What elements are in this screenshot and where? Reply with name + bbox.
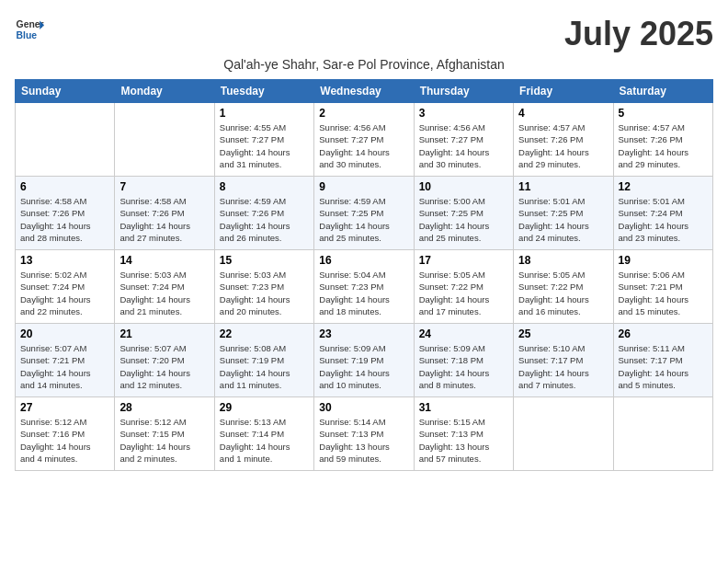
month-title: July 2025 [564,15,713,53]
day-number: 3 [419,107,508,120]
calendar-cell [16,103,115,177]
day-info: Sunrise: 5:02 AM Sunset: 7:24 PM Dayligh… [20,269,109,317]
day-info: Sunrise: 5:03 AM Sunset: 7:23 PM Dayligh… [220,269,309,317]
calendar-cell: 23Sunrise: 5:09 AM Sunset: 7:19 PM Dayli… [314,324,414,397]
calendar-cell: 7Sunrise: 4:58 AM Sunset: 7:26 PM Daylig… [115,177,214,250]
day-number: 4 [518,107,608,120]
calendar-cell: 5Sunrise: 4:57 AM Sunset: 7:26 PM Daylig… [613,103,712,177]
weekday-header-friday: Friday [514,80,613,103]
day-info: Sunrise: 4:59 AM Sunset: 7:25 PM Dayligh… [319,195,408,244]
calendar-cell: 25Sunrise: 5:10 AM Sunset: 7:17 PM Dayli… [514,324,613,397]
day-number: 11 [518,180,608,193]
day-info: Sunrise: 4:58 AM Sunset: 7:26 PM Dayligh… [20,195,109,244]
weekday-header-tuesday: Tuesday [214,80,313,103]
day-info: Sunrise: 5:09 AM Sunset: 7:19 PM Dayligh… [319,342,408,391]
calendar-cell: 10Sunrise: 5:00 AM Sunset: 7:25 PM Dayli… [414,177,513,250]
day-number: 9 [319,180,408,193]
logo-icon: General Blue [15,15,44,44]
calendar-cell: 2Sunrise: 4:56 AM Sunset: 7:27 PM Daylig… [314,103,414,177]
calendar-week-2: 6Sunrise: 4:58 AM Sunset: 7:26 PM Daylig… [16,177,713,250]
weekday-header-wednesday: Wednesday [314,80,414,103]
calendar-week-4: 20Sunrise: 5:07 AM Sunset: 7:21 PM Dayli… [16,324,713,397]
calendar-cell: 16Sunrise: 5:04 AM Sunset: 7:23 PM Dayli… [314,250,414,324]
calendar-cell [115,103,214,177]
day-info: Sunrise: 5:07 AM Sunset: 7:20 PM Dayligh… [119,342,209,391]
day-number: 24 [419,327,508,340]
day-number: 14 [119,254,209,267]
page-header: General Blue July 2025 [15,15,713,53]
subtitle: Qal'ah-ye Shahr, Sar-e Pol Province, Afg… [15,57,713,72]
day-info: Sunrise: 5:08 AM Sunset: 7:19 PM Dayligh… [220,342,309,391]
day-number: 18 [518,254,608,267]
calendar-cell: 14Sunrise: 5:03 AM Sunset: 7:24 PM Dayli… [115,250,214,324]
day-number: 28 [119,401,209,414]
day-info: Sunrise: 5:00 AM Sunset: 7:25 PM Dayligh… [419,195,508,244]
calendar-week-3: 13Sunrise: 5:02 AM Sunset: 7:24 PM Dayli… [16,250,713,324]
calendar-cell: 19Sunrise: 5:06 AM Sunset: 7:21 PM Dayli… [613,250,712,324]
day-number: 12 [619,180,708,193]
calendar-cell: 3Sunrise: 4:56 AM Sunset: 7:27 PM Daylig… [414,103,513,177]
day-info: Sunrise: 5:07 AM Sunset: 7:21 PM Dayligh… [20,342,109,391]
calendar-cell: 15Sunrise: 5:03 AM Sunset: 7:23 PM Dayli… [214,250,313,324]
calendar-cell: 6Sunrise: 4:58 AM Sunset: 7:26 PM Daylig… [16,177,115,250]
calendar-table: SundayMondayTuesdayWednesdayThursdayFrid… [15,79,713,471]
calendar-cell: 4Sunrise: 4:57 AM Sunset: 7:26 PM Daylig… [514,103,613,177]
calendar-cell: 1Sunrise: 4:55 AM Sunset: 7:27 PM Daylig… [214,103,313,177]
svg-text:Blue: Blue [17,30,38,40]
day-info: Sunrise: 5:15 AM Sunset: 7:13 PM Dayligh… [419,416,508,465]
day-number: 22 [220,327,309,340]
day-number: 19 [619,254,708,267]
calendar-cell: 22Sunrise: 5:08 AM Sunset: 7:19 PM Dayli… [214,324,313,397]
day-info: Sunrise: 5:06 AM Sunset: 7:21 PM Dayligh… [619,269,708,317]
day-info: Sunrise: 4:57 AM Sunset: 7:26 PM Dayligh… [619,121,708,170]
day-info: Sunrise: 4:55 AM Sunset: 7:27 PM Dayligh… [220,121,309,170]
day-info: Sunrise: 5:12 AM Sunset: 7:16 PM Dayligh… [20,416,109,465]
day-number: 23 [319,327,408,340]
calendar-cell: 31Sunrise: 5:15 AM Sunset: 7:13 PM Dayli… [414,397,513,471]
calendar-cell [514,397,613,471]
calendar-cell: 12Sunrise: 5:01 AM Sunset: 7:24 PM Dayli… [613,177,712,250]
weekday-header-thursday: Thursday [414,80,513,103]
day-info: Sunrise: 5:03 AM Sunset: 7:24 PM Dayligh… [119,269,209,317]
weekday-header-saturday: Saturday [613,80,712,103]
day-info: Sunrise: 5:01 AM Sunset: 7:25 PM Dayligh… [518,195,608,244]
calendar-cell: 13Sunrise: 5:02 AM Sunset: 7:24 PM Dayli… [16,250,115,324]
calendar-cell: 20Sunrise: 5:07 AM Sunset: 7:21 PM Dayli… [16,324,115,397]
day-number: 25 [518,327,608,340]
calendar-cell [613,397,712,471]
day-number: 31 [419,401,508,414]
day-info: Sunrise: 4:58 AM Sunset: 7:26 PM Dayligh… [119,195,209,244]
calendar-cell: 21Sunrise: 5:07 AM Sunset: 7:20 PM Dayli… [115,324,214,397]
day-info: Sunrise: 5:04 AM Sunset: 7:23 PM Dayligh… [319,269,408,317]
day-info: Sunrise: 5:09 AM Sunset: 7:18 PM Dayligh… [419,342,508,391]
calendar-week-1: 1Sunrise: 4:55 AM Sunset: 7:27 PM Daylig… [16,103,713,177]
weekday-header-monday: Monday [115,80,214,103]
day-number: 17 [419,254,508,267]
calendar-cell: 26Sunrise: 5:11 AM Sunset: 7:17 PM Dayli… [613,324,712,397]
weekday-header-sunday: Sunday [16,80,115,103]
day-info: Sunrise: 5:14 AM Sunset: 7:13 PM Dayligh… [319,416,408,465]
calendar-cell: 27Sunrise: 5:12 AM Sunset: 7:16 PM Dayli… [16,397,115,471]
calendar-cell: 9Sunrise: 4:59 AM Sunset: 7:25 PM Daylig… [314,177,414,250]
day-number: 7 [119,180,209,193]
calendar-week-5: 27Sunrise: 5:12 AM Sunset: 7:16 PM Dayli… [16,397,713,471]
day-info: Sunrise: 5:05 AM Sunset: 7:22 PM Dayligh… [419,269,508,317]
day-number: 8 [220,180,309,193]
calendar-cell: 17Sunrise: 5:05 AM Sunset: 7:22 PM Dayli… [414,250,513,324]
day-number: 29 [220,401,309,414]
calendar-cell: 8Sunrise: 4:59 AM Sunset: 7:26 PM Daylig… [214,177,313,250]
day-number: 16 [319,254,408,267]
day-info: Sunrise: 4:57 AM Sunset: 7:26 PM Dayligh… [518,121,608,170]
day-number: 20 [20,327,109,340]
day-number: 5 [619,107,708,120]
day-number: 26 [619,327,708,340]
day-number: 13 [20,254,109,267]
day-number: 21 [119,327,209,340]
calendar-cell: 28Sunrise: 5:12 AM Sunset: 7:15 PM Dayli… [115,397,214,471]
calendar-cell: 24Sunrise: 5:09 AM Sunset: 7:18 PM Dayli… [414,324,513,397]
day-info: Sunrise: 4:59 AM Sunset: 7:26 PM Dayligh… [220,195,309,244]
day-info: Sunrise: 5:13 AM Sunset: 7:14 PM Dayligh… [220,416,309,465]
calendar-cell: 30Sunrise: 5:14 AM Sunset: 7:13 PM Dayli… [314,397,414,471]
calendar-cell: 29Sunrise: 5:13 AM Sunset: 7:14 PM Dayli… [214,397,313,471]
day-info: Sunrise: 5:11 AM Sunset: 7:17 PM Dayligh… [619,342,708,391]
